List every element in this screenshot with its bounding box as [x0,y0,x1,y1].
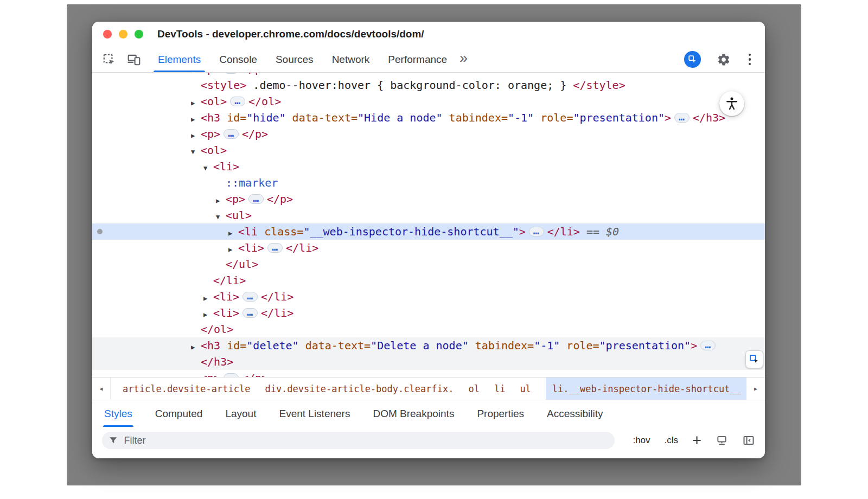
breadcrumb-item[interactable]: ul [520,378,531,400]
code-token-attr: data-text [286,111,351,124]
dom-tree-row[interactable]: ▶<li>…</li> [92,289,765,305]
code-token-tag: </p> [267,193,293,206]
dom-tree-row[interactable]: </ul> [92,256,765,272]
collapse-arrow-icon[interactable]: ▼ [191,144,201,160]
dom-tree-row[interactable]: ▼<ul> [92,207,765,223]
tab-dom-breakpoints[interactable]: DOM Breakpoints [373,400,454,427]
expand-inline-button[interactable]: … [242,292,258,302]
tab-styles[interactable]: Styles [104,400,132,427]
tab-console[interactable]: Console [210,47,266,72]
tab-elements[interactable]: Elements [149,47,210,72]
code-token-attr: role [560,339,592,352]
dom-tree-row[interactable]: ▼<li> [92,158,765,175]
dom-tree-row[interactable]: ▶<p>…</p> [92,126,765,142]
tab-accessibility[interactable]: Accessibility [547,400,603,427]
expand-inline-button[interactable]: … [230,97,245,106]
collapse-arrow-icon[interactable]: ▼ [216,209,226,225]
expand-inline-button[interactable]: … [224,129,239,139]
dom-tree-row[interactable]: ▶<h3 id="hide" data-text="Hide a node" t… [92,110,765,126]
more-options-button[interactable] [746,52,754,68]
element-classes-button[interactable]: .cls [665,435,679,446]
dom-tree-row[interactable]: ▶<li>…</li> [92,240,765,256]
tab-performance[interactable]: Performance [379,47,456,72]
dom-tree-row[interactable]: </li> [92,272,765,289]
expand-arrow-icon[interactable]: ▶ [191,111,201,127]
more-panels-button[interactable]: » [456,47,473,72]
code-token-pseudo: ::marker [226,176,278,189]
breadcrumb-item[interactable]: ol [468,378,479,400]
dom-tree-row[interactable]: ▶<p>…</p> [92,191,765,207]
dom-tree-row[interactable]: ▶<ol>…</ol> [92,93,765,110]
dom-tree-row[interactable]: </h3> [92,354,765,370]
expand-arrow-icon[interactable]: ▶ [216,193,226,209]
breadcrumb-items: article.devsite-articlediv.devsite-artic… [111,378,746,400]
breadcrumb-item[interactable]: li.__web-inspector-hide-shortcut__ [546,378,746,400]
breadcrumb-item[interactable]: div.devsite-article-body.clearfix. [265,378,454,400]
sidebar-toggle-button[interactable] [742,434,755,447]
expand-arrow-icon[interactable]: ▶ [191,339,201,355]
titlebar: DevTools - developer.chrome.com/docs/dev… [92,22,765,47]
floating-inspect-button[interactable] [745,350,763,368]
settings-button[interactable] [714,50,733,69]
expand-inline-button[interactable]: … [224,73,239,74]
collapse-arrow-icon[interactable]: ▼ [203,160,213,176]
dom-tree-row[interactable]: ▶<h3 id="delete" data-text="Delete a nod… [92,337,765,354]
device-toolbar-icon [127,53,141,67]
dom-tree-row[interactable]: <style> .demo--hover:hover { background-… [92,77,765,93]
tab-layout[interactable]: Layout [225,400,256,427]
code-token-attr: tabindex [469,339,527,352]
code-token-tag: </li> [261,290,293,303]
code-token-tag: </ol> [201,323,233,336]
expand-arrow-icon[interactable]: ▶ [203,290,213,306]
close-window-button[interactable] [103,30,112,39]
expand-arrow-icon[interactable]: ▶ [191,372,201,377]
code-token-op: = [527,339,534,352]
breadcrumb-item[interactable]: article.devsite-article [123,378,250,400]
expand-inline-button[interactable]: … [700,341,716,350]
expand-arrow-icon[interactable]: ▶ [191,95,201,111]
styles-panel-tabs: StylesComputedLayoutEvent ListenersDOM B… [92,400,765,427]
expand-arrow-icon[interactable]: ▶ [228,225,238,241]
inspect-element-button[interactable] [100,50,118,69]
tab-properties[interactable]: Properties [477,400,524,427]
expand-inline-button[interactable]: … [248,194,264,204]
breadcrumb-scroll-right-button[interactable]: ▶ [746,378,765,400]
dom-tree-row[interactable]: </ol> [92,321,765,337]
dom-tree-row[interactable]: ▶<li class="__web-inspector-hide-shortcu… [92,223,765,240]
zoom-window-button[interactable] [135,30,143,39]
code-token-attr: class [258,225,297,238]
code-token-attr: data-text [299,339,364,352]
filter-funnel-icon [108,436,118,445]
expand-inline-button[interactable]: … [224,373,239,377]
tab-sources[interactable]: Sources [266,47,323,72]
dom-tree-row[interactable]: ▶<li>…</li> [92,305,765,321]
inspect-mode-button[interactable] [684,51,701,68]
tab-event-listeners[interactable]: Event Listeners [279,400,350,427]
toolbar-right [684,47,765,72]
expand-inline-button[interactable]: … [674,113,690,123]
tab-network[interactable]: Network [323,47,379,72]
minimize-window-button[interactable] [119,30,127,39]
toggle-element-state-button[interactable]: :hov [633,435,650,446]
monitor-button[interactable] [716,434,728,447]
expand-arrow-icon[interactable]: ▶ [228,241,238,258]
tab-computed[interactable]: Computed [155,400,203,427]
breadcrumb-item[interactable]: li [494,378,505,400]
code-token-op: = [240,111,246,124]
code-token-attr: role [534,111,566,124]
filter-input[interactable] [123,434,608,447]
dom-tree-row[interactable]: ▼<ol> [92,142,765,158]
breadcrumb-scroll-left-button[interactable]: ◀ [92,378,111,400]
expand-inline-button[interactable]: … [267,243,283,253]
expand-arrow-icon[interactable]: ▶ [203,306,213,323]
new-style-rule-button[interactable]: + [692,434,701,446]
expand-inline-button[interactable]: … [529,227,544,236]
accessibility-button[interactable] [719,91,744,116]
code-token-tag: </ol> [248,95,281,108]
device-toolbar-button[interactable] [125,50,143,69]
dom-tree-row[interactable]: ▶<p>…</p> [92,370,765,377]
expand-inline-button[interactable]: … [242,308,258,318]
expand-arrow-icon[interactable]: ▶ [191,127,201,144]
dom-tree-row[interactable]: ::marker [92,175,765,191]
dom-tree-row[interactable]: ▶<p>…</p> [92,73,765,77]
